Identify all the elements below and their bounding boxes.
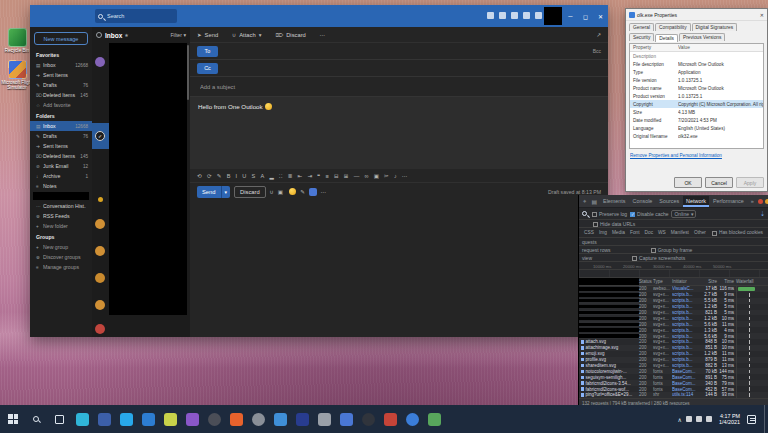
message-avatar[interactable] <box>95 246 105 256</box>
format-icon[interactable]: U <box>242 173 246 179</box>
request-initiator[interactable]: BaseCom... <box>672 387 697 392</box>
send-menu-button[interactable]: Send <box>205 32 219 38</box>
property-row[interactable]: Copyright Copyright (C) Microsoft Corpor… <box>630 100 763 108</box>
filter-chip[interactable]: Doc <box>643 230 656 235</box>
inspect-element-icon[interactable]: ⌖ <box>581 198 588 205</box>
sidebar-item[interactable]: ✎ Drafts 76 <box>30 131 92 141</box>
taskbar-app-icon[interactable] <box>98 413 111 426</box>
minimize-button[interactable]: ─ <box>563 5 578 27</box>
remove-properties-link[interactable]: Remove Properties and Personal Informati… <box>626 151 767 160</box>
format-icon[interactable]: ✎ <box>217 173 222 179</box>
action-center-icon[interactable] <box>747 415 756 424</box>
taskbar-app-icon[interactable] <box>142 413 155 426</box>
sidebar-item[interactable]: ☆ Add favorite <box>30 100 92 110</box>
sidebar-item[interactable]: ➔ Sent Items <box>30 70 92 80</box>
favorites-section-title[interactable]: Favorites <box>30 49 92 60</box>
property-row[interactable]: Original filename olk32.exe <box>630 132 763 140</box>
request-initiator[interactable]: scripts.b... <box>672 298 697 303</box>
format-icon[interactable]: ▣ <box>374 173 379 179</box>
property-row[interactable]: Product name Microsoft One Outlook <box>630 84 763 92</box>
property-row[interactable]: Size 4.13 MB <box>630 108 763 116</box>
property-row[interactable]: File description Microsoft One Outlook <box>630 60 763 68</box>
groups-section-title[interactable]: Groups <box>30 231 92 242</box>
cc-button[interactable]: Cc <box>197 63 218 74</box>
filter-chip[interactable]: WS <box>656 230 668 235</box>
format-icon[interactable]: ⊟ <box>334 173 339 179</box>
filter-chip[interactable]: Other <box>692 230 708 235</box>
subject-input[interactable] <box>198 83 398 91</box>
search-input[interactable] <box>105 12 165 20</box>
sidebar-item[interactable]: ⊚ RSS Feeds <box>30 211 92 221</box>
sidebar-item[interactable]: + New folder <box>30 221 92 231</box>
request-initiator[interactable]: scripts.b... <box>672 363 697 368</box>
taskbar-app-icon[interactable] <box>384 413 397 426</box>
meet-now-icon[interactable] <box>487 12 494 19</box>
request-initiator[interactable]: scripts.b... <box>672 322 697 327</box>
sidebar-item[interactable]: ≡ Notes <box>30 181 92 191</box>
new-message-button[interactable]: New message <box>34 32 88 45</box>
message-avatar[interactable] <box>95 273 105 283</box>
request-initiator[interactable]: scripts.b... <box>672 292 697 297</box>
taskbar-app-icon[interactable] <box>340 413 353 426</box>
sidebar-item[interactable]: + New group <box>30 242 92 252</box>
message-avatar[interactable] <box>95 219 105 229</box>
format-icon[interactable]: A <box>260 173 264 179</box>
capture-screenshots-checkbox[interactable]: Capture screenshots <box>632 255 685 261</box>
time-column[interactable]: Time <box>719 279 736 284</box>
filter-chip[interactable]: Img <box>597 230 609 235</box>
request-initiator[interactable]: VisualsC... <box>672 286 697 291</box>
sidebar-item[interactable]: ⌦ Deleted Items 145 <box>30 90 92 100</box>
dialog-tab[interactable]: Compatibility <box>655 23 690 31</box>
download-icon[interactable]: ⇣ <box>760 210 765 217</box>
discard-button-footer[interactable]: Discard <box>234 186 266 198</box>
settings-icon[interactable] <box>511 12 518 19</box>
filter-button[interactable]: Filter ▾ <box>170 32 186 38</box>
network-tray-icon[interactable] <box>686 416 692 422</box>
group-by-frame-checkbox[interactable]: Group by frame <box>651 247 693 253</box>
attach-button[interactable]: Attach <box>239 32 255 38</box>
type-column[interactable]: Type <box>653 279 672 284</box>
status-column[interactable]: Status <box>639 279 653 284</box>
devtools-tab[interactable]: Console <box>630 196 656 207</box>
waterfall-column[interactable]: Waterfall <box>736 278 768 285</box>
format-icon[interactable]: ✂ <box>384 173 389 179</box>
taskbar-app-icon[interactable] <box>296 413 309 426</box>
request-initiator[interactable]: BaseCom... <box>672 375 697 380</box>
folders-section-title[interactable]: Folders <box>30 110 92 121</box>
loop-component-icon[interactable] <box>309 188 317 196</box>
preserve-log-checkbox[interactable]: Preserve log <box>592 211 627 217</box>
close-icon[interactable]: ✕ <box>760 12 764 18</box>
filter-chip[interactable]: Font <box>628 230 642 235</box>
format-icon[interactable]: ⟳ <box>207 173 212 179</box>
more-options-icon[interactable]: ⋯ <box>321 189 327 195</box>
request-initiator[interactable]: utils.ts:114 <box>672 392 697 397</box>
filter-chip[interactable]: CSS <box>582 230 596 235</box>
chevron-down-icon[interactable]: ▾ <box>259 32 262 38</box>
sidebar-item[interactable]: ⌦ Deleted Items 145 <box>30 151 92 161</box>
request-initiator[interactable]: scripts.b... <box>672 345 697 350</box>
devtools-tab[interactable]: Sources <box>656 196 682 207</box>
request-initiator[interactable]: BaseCom... <box>672 381 697 386</box>
property-row[interactable]: Type Application <box>630 68 763 76</box>
property-row[interactable]: File version 1.0.13725.1 <box>630 76 763 84</box>
task-view-button[interactable] <box>48 405 70 433</box>
property-row[interactable]: Date modified 7/20/2021 4:53 PM <box>630 116 763 124</box>
taskbar-app-icon[interactable] <box>186 413 199 426</box>
size-column[interactable]: Size <box>697 279 719 284</box>
request-initiator[interactable]: scripts.b... <box>672 310 697 315</box>
name-column-redacted[interactable] <box>579 278 639 285</box>
more-tabs-icon[interactable]: » <box>748 196 757 207</box>
bcc-button[interactable]: Bcc <box>593 48 601 54</box>
selected-message-row[interactable]: ✓ <box>92 123 109 149</box>
taskbar-app-icon[interactable] <box>274 413 287 426</box>
taskbar-app-icon[interactable] <box>362 413 375 426</box>
close-button[interactable]: ✕ <box>593 5 608 27</box>
message-avatar[interactable] <box>95 324 105 334</box>
taskbar-app-icon[interactable] <box>318 413 331 426</box>
format-icon[interactable]: ▂ <box>269 173 273 179</box>
taskbar-app-icon[interactable] <box>406 413 419 426</box>
sidebar-item[interactable]: ⊘ Junk Email 12 <box>30 161 92 171</box>
attach-icon[interactable]: ∪ <box>270 189 274 195</box>
sidebar-item[interactable]: ≡ Manage groups <box>30 262 92 272</box>
desktop-icon-recycle-bin[interactable]: Recycle Bin <box>0 28 34 53</box>
